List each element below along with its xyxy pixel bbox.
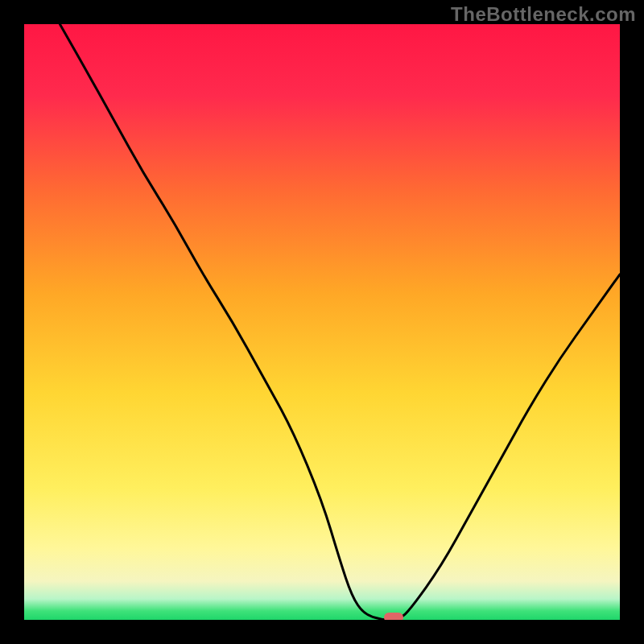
watermark-text: TheBottleneck.com — [451, 3, 636, 26]
plot-area — [24, 24, 620, 620]
optimal-marker — [384, 613, 403, 620]
bottleneck-curve — [24, 24, 620, 620]
chart-frame: TheBottleneck.com — [0, 0, 644, 644]
